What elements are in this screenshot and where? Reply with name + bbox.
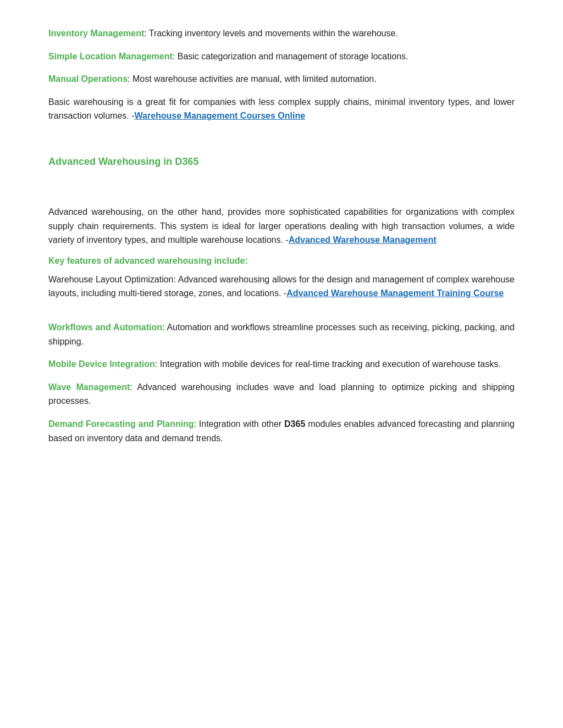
advanced-warehouse-training-link[interactable]: Advanced Warehouse Management Training C… [286, 288, 504, 298]
warehouse-layout-section: Warehouse Layout Optimization: Advanced … [48, 273, 515, 301]
mobile-device-section: Mobile Device Integration: Integration w… [48, 357, 515, 371]
workflows-automation-term: Workflows and Automation [48, 323, 162, 332]
advanced-warehousing-heading: Advanced Warehousing in D365 [48, 156, 515, 168]
wave-management-term: Wave Management [48, 382, 130, 392]
page-container: Inventory Management: Tracking inventory… [0, 0, 563, 728]
advanced-intro-text: Advanced warehousing, on the other hand,… [48, 207, 515, 244]
basic-warehousing-paragraph: Basic warehousing is a great fit for com… [48, 95, 515, 123]
simple-location-term: Simple Location Management [48, 52, 173, 61]
basic-warehousing-link-prefix: - [129, 111, 135, 120]
advanced-warehouse-management-link[interactable]: Advanced Warehouse Management [289, 235, 437, 244]
advanced-link-prefix: - [283, 235, 289, 244]
inventory-management-body: : Tracking inventory levels and movement… [144, 29, 398, 38]
d365-bold: D365 [284, 419, 305, 429]
manual-operations-body: : Most warehouse activities are manual, … [128, 74, 377, 84]
mobile-device-term: Mobile Device Integration [48, 359, 155, 369]
demand-forecasting-body: : Integration with other [194, 419, 284, 429]
inventory-management-section: Inventory Management: Tracking inventory… [48, 26, 515, 41]
warehouse-layout-link-prefix: - [281, 288, 286, 298]
warehouse-management-courses-link[interactable]: Warehouse Management Courses Online [135, 111, 306, 120]
key-features-heading: Key features of advanced warehousing inc… [48, 256, 515, 266]
manual-operations-term: Manual Operations [48, 74, 128, 84]
advanced-warehousing-intro: Advanced warehousing, on the other hand,… [48, 205, 515, 247]
simple-location-management-section: Simple Location Management: Basic catego… [48, 49, 515, 64]
inventory-management-term: Inventory Management [48, 29, 144, 38]
simple-location-body: : Basic categorization and management of… [173, 52, 409, 61]
mobile-device-body: : Integration with mobile devices for re… [155, 359, 501, 369]
demand-forecasting-term: Demand Forecasting and Planning [48, 419, 194, 429]
workflows-automation-section: Workflows and Automation: Automation and… [48, 320, 515, 348]
demand-forecasting-section: Demand Forecasting and Planning: Integra… [48, 417, 515, 445]
manual-operations-section: Manual Operations: Most warehouse activi… [48, 72, 515, 86]
wave-management-section: Wave Management: Advanced warehousing in… [48, 380, 515, 408]
